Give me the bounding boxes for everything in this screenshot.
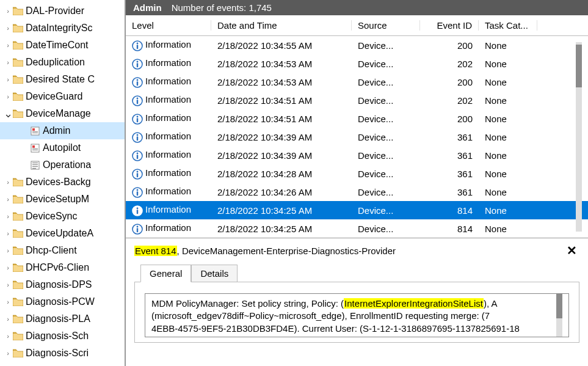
- caret-right-icon[interactable]: ›: [4, 24, 12, 32]
- caret-right-icon[interactable]: ›: [4, 76, 12, 83]
- caret-right-icon[interactable]: ›: [4, 281, 12, 288]
- log-icon: [29, 143, 40, 153]
- tree-item-deviceguard[interactable]: ›DeviceGuard: [0, 88, 125, 105]
- caret-right-icon[interactable]: ›: [4, 42, 12, 49]
- detail-provider: , DeviceManagement-Enterprise-Diagnostic…: [177, 246, 396, 256]
- cell-eventid: 814: [420, 205, 479, 216]
- tree-item-label: Autopilot: [43, 142, 81, 153]
- table-row[interactable]: Information2/18/2022 10:34:26 AMDevice..…: [126, 183, 588, 201]
- col-level[interactable]: Level: [126, 20, 211, 31]
- table-row[interactable]: Information2/18/2022 10:34:51 AMDevice..…: [126, 109, 588, 128]
- caret-right-icon[interactable]: ›: [4, 332, 12, 340]
- table-row[interactable]: Information2/18/2022 10:34:25 AMDevice..…: [126, 219, 588, 238]
- tree-item-dhcp-client[interactable]: ›Dhcp-Client: [0, 242, 125, 259]
- tab-details[interactable]: Details: [191, 265, 238, 282]
- col-eventid[interactable]: Event ID: [420, 20, 479, 31]
- tree-item-diagnosis-sch[interactable]: ›Diagnosis-Sch: [0, 328, 125, 345]
- detail-event-label: Event 814: [134, 246, 177, 256]
- svg-rect-24: [137, 100, 138, 104]
- folder-icon: [12, 75, 23, 84]
- tree-item-dataintegritysc[interactable]: ›DataIntegritySc: [0, 20, 125, 37]
- svg-point-17: [137, 60, 139, 62]
- tree-item-diagnosis-scri[interactable]: ›Diagnosis-Scri: [0, 345, 125, 362]
- folder-icon: [12, 211, 23, 221]
- caret-right-icon[interactable]: ›: [4, 315, 12, 323]
- caret-right-icon[interactable]: ›: [4, 350, 12, 357]
- svg-rect-12: [32, 168, 36, 169]
- tree-item-devicesync[interactable]: ›DeviceSync: [0, 208, 125, 225]
- table-row[interactable]: Information2/18/2022 10:34:53 AMDevice..…: [126, 54, 588, 73]
- info-icon: [132, 77, 143, 88]
- cell-eventid: 200: [420, 40, 479, 51]
- tab-general[interactable]: General: [140, 265, 191, 282]
- info-icon: [132, 132, 143, 143]
- svg-rect-0: [31, 127, 39, 135]
- caret-right-icon[interactable]: ›: [4, 7, 12, 15]
- tree-item-devices-backg[interactable]: ›Devices-Backg: [0, 174, 125, 191]
- svg-rect-7: [32, 150, 38, 150]
- event-rows: Information2/18/2022 10:34:55 AMDevice..…: [126, 36, 588, 238]
- caret-right-icon[interactable]: ›: [4, 298, 12, 306]
- folder-icon: [12, 6, 23, 16]
- tree-item-operationa[interactable]: Operationa: [0, 156, 125, 174]
- tree-item-deviceupdatea[interactable]: ›DeviceUpdateA: [0, 225, 125, 242]
- col-datetime[interactable]: Date and Time: [211, 20, 352, 31]
- tree-item-diagnosis-scri[interactable]: ›Diagnosis-Scri: [0, 362, 125, 366]
- cell-datetime: 2/18/2022 10:34:51 AM: [211, 114, 352, 124]
- tree-item-dal-provider[interactable]: ›DAL-Provider: [0, 2, 125, 20]
- tree-item-label: DAL-Provider: [26, 5, 84, 16]
- table-row[interactable]: Information2/18/2022 10:34:39 AMDevice..…: [126, 128, 588, 146]
- table-row[interactable]: Information2/18/2022 10:34:39 AMDevice..…: [126, 146, 588, 164]
- tree-item-datetimecont[interactable]: ›DateTimeCont: [0, 37, 125, 54]
- cell-eventid: 200: [420, 114, 479, 124]
- col-taskcat[interactable]: Task Cat...: [479, 20, 537, 31]
- table-row[interactable]: Information2/18/2022 10:34:53 AMDevice..…: [126, 73, 588, 91]
- caret-right-icon[interactable]: ›: [4, 213, 12, 220]
- caret-right-icon[interactable]: ›: [4, 93, 12, 100]
- folder-icon: [12, 348, 23, 358]
- detail-scrollbar-thumb[interactable]: [556, 294, 562, 318]
- caret-right-icon[interactable]: ›: [4, 247, 12, 254]
- tree-item-deduplication[interactable]: ›Deduplication: [0, 54, 125, 71]
- tree-item-label: Diagnosis-Sch: [26, 331, 89, 342]
- close-icon[interactable]: ✕: [564, 243, 579, 258]
- folder-icon: [12, 331, 23, 341]
- tree-item-devicemanage[interactable]: ⌄DeviceManage: [0, 105, 125, 122]
- log-icon: [29, 126, 40, 136]
- cell-taskcat: None: [479, 77, 537, 87]
- cell-source: Device...: [352, 205, 420, 216]
- caret-down-icon[interactable]: ⌄: [4, 111, 12, 117]
- svg-point-26: [137, 115, 139, 117]
- table-row[interactable]: Information2/18/2022 10:34:28 AMDevice..…: [126, 164, 588, 183]
- svg-rect-27: [137, 118, 138, 122]
- table-row[interactable]: Information2/18/2022 10:34:25 AMDevice..…: [126, 201, 588, 219]
- scrollbar[interactable]: [576, 42, 582, 232]
- tree-item-dhcpv6-clien[interactable]: ›DHCPv6-Clien: [0, 259, 125, 276]
- table-row[interactable]: Information2/18/2022 10:34:55 AMDevice..…: [126, 36, 588, 54]
- caret-right-icon[interactable]: ›: [4, 59, 12, 66]
- cell-datetime: 2/18/2022 10:34:55 AM: [211, 40, 352, 51]
- scrollbar-thumb[interactable]: [576, 45, 582, 87]
- svg-rect-5: [32, 145, 35, 148]
- svg-point-20: [137, 79, 139, 81]
- folder-icon: [12, 109, 23, 119]
- caret-right-icon[interactable]: ›: [4, 264, 12, 271]
- col-source[interactable]: Source: [352, 20, 420, 31]
- detail-scrollbar[interactable]: [556, 294, 562, 337]
- cell-taskcat: None: [479, 205, 537, 216]
- tree-item-diagnosis-dps[interactable]: ›Diagnosis-DPS: [0, 276, 125, 293]
- cell-source: Device...: [352, 114, 420, 124]
- tree-item-diagnosis-pcw[interactable]: ›Diagnosis-PCW: [0, 293, 125, 310]
- caret-right-icon[interactable]: ›: [4, 230, 12, 237]
- tree-item-desired-state-c[interactable]: ›Desired State C: [0, 71, 125, 88]
- caret-right-icon[interactable]: ›: [4, 196, 12, 203]
- tree-item-diagnosis-pla[interactable]: ›Diagnosis-PLA: [0, 310, 125, 328]
- detail-body: MDM PolicyManager: Set policy string, Po…: [145, 293, 569, 337]
- tree-item-devicesetupm[interactable]: ›DeviceSetupM: [0, 191, 125, 208]
- tree-item-admin[interactable]: Admin: [0, 122, 125, 139]
- table-row[interactable]: Information2/18/2022 10:34:51 AMDevice..…: [126, 91, 588, 109]
- cell-eventid: 814: [420, 224, 479, 234]
- tree-item-autopilot[interactable]: Autopilot: [0, 139, 125, 156]
- svg-rect-21: [137, 81, 138, 86]
- caret-right-icon[interactable]: ›: [4, 178, 12, 186]
